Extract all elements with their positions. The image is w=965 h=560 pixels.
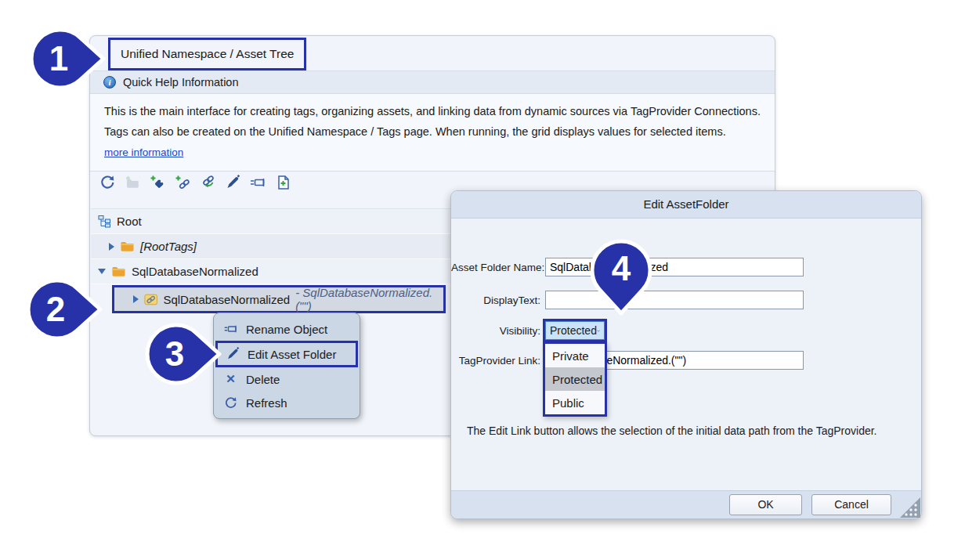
rename-icon (249, 175, 266, 190)
more-information-link[interactable]: more information (104, 146, 183, 158)
ok-button[interactable]: OK (729, 494, 802, 515)
visibility-value: Protected (550, 324, 597, 337)
quick-help-title: Quick Help Information (123, 76, 238, 89)
chevron-down-icon (597, 328, 600, 334)
page-title: Unified Namespace / Asset Tree (108, 38, 306, 70)
display-text-field[interactable] (545, 291, 804, 309)
menu-label: Rename Object (246, 323, 327, 336)
visibility-option-public[interactable]: Public (545, 391, 605, 414)
menu-label: Edit Asset Folder (248, 348, 336, 361)
display-text-label: DisplayText: (451, 294, 540, 306)
selected-item-link-suffix: - SqlDatabaseNormalized.("") (295, 286, 443, 313)
edit-pencil-icon (225, 175, 240, 190)
add-document-icon (275, 175, 291, 190)
tree-label-roottags: [RootTags] (140, 240, 197, 253)
visibility-options-list: Private Protected Public (543, 341, 607, 417)
add-tag-provider-icon (175, 175, 191, 190)
cancel-button[interactable]: Cancel (811, 494, 891, 515)
folder-icon (111, 265, 126, 278)
tree-toolbar (98, 173, 292, 192)
refresh-icon (99, 175, 115, 190)
quick-help-header[interactable]: i Quick Help Information (90, 70, 775, 94)
toolbar-edit-link-button[interactable] (198, 173, 217, 192)
refresh-icon (224, 396, 237, 410)
visibility-highlight-box: Protected (543, 319, 607, 342)
visibility-option-protected[interactable]: Protected (545, 367, 605, 391)
delete-x-icon: ✕ (226, 372, 236, 386)
edit-pencil-icon (226, 347, 240, 361)
info-icon: i (103, 76, 116, 89)
menu-item-refresh[interactable]: Refresh (214, 391, 360, 414)
help-line-1: This is the main interface for creating … (104, 101, 761, 121)
chevron-right-icon[interactable] (109, 243, 114, 251)
tag-provider-link-label: TagProvider Link: (451, 355, 540, 367)
toolbar-refresh-button[interactable] (98, 173, 117, 192)
visibility-label: Visibility: (451, 325, 540, 337)
asset-folder-name-field[interactable] (545, 258, 804, 276)
menu-item-rename-object[interactable]: Rename Object (214, 317, 360, 341)
toolbar-edit-button[interactable] (223, 173, 242, 192)
chevron-down-icon[interactable] (98, 269, 106, 274)
linked-folder-icon (144, 293, 157, 306)
visibility-option-private[interactable]: Private (545, 344, 605, 367)
dialog-title: Edit AssetFolder (451, 191, 921, 219)
toolbar-add-document-button[interactable] (273, 173, 292, 192)
callout-number: 2 (46, 290, 65, 328)
rename-icon (223, 322, 238, 336)
tree-row-selected-assetfolder[interactable]: SqlDatabaseNormalized - SqlDatabaseNorma… (112, 285, 446, 313)
quick-help-section: i Quick Help Information This is the mai… (90, 70, 775, 172)
dialog-note: The Edit Link button allows the selectio… (467, 425, 877, 437)
add-tag-icon (150, 175, 165, 190)
tree-label-root: Root (117, 215, 142, 228)
context-menu: Rename Object Edit Asset Folder ✕ Delete… (213, 313, 360, 419)
toolbar-add-tag-provider-button[interactable] (173, 173, 192, 192)
quick-help-body: This is the main interface for creating … (90, 94, 775, 172)
callout-number: 1 (49, 39, 68, 78)
menu-label: Refresh (246, 396, 287, 410)
menu-item-delete[interactable]: ✕ Delete (214, 367, 360, 391)
asset-folder-name-label: Asset Folder Name: (451, 262, 540, 273)
add-folder-icon (125, 175, 140, 190)
sitemap-icon (98, 215, 111, 228)
selected-item-name: SqlDatabaseNormalized (163, 293, 290, 306)
edit-assetfolder-dialog: Edit AssetFolder Asset Folder Name: Disp… (450, 190, 922, 519)
toolbar-rename-button[interactable] (248, 173, 267, 192)
help-line-2: Tags can also be created on the Unified … (104, 121, 761, 142)
folder-icon (120, 240, 135, 253)
visibility-dropdown[interactable]: Protected (545, 321, 605, 340)
edit-link-icon (200, 175, 216, 190)
toolbar-add-tag-button[interactable] (148, 173, 167, 192)
menu-item-edit-asset-folder[interactable]: Edit Asset Folder (215, 341, 358, 367)
dialog-footer: OK Cancel (451, 490, 921, 518)
toolbar-add-folder-button[interactable] (123, 173, 142, 192)
chevron-right-icon[interactable] (133, 295, 139, 303)
menu-label: Delete (246, 373, 280, 386)
resize-grip-icon[interactable] (900, 497, 920, 518)
tree-label-sql-folder: SqlDatabaseNormalized (132, 265, 258, 278)
